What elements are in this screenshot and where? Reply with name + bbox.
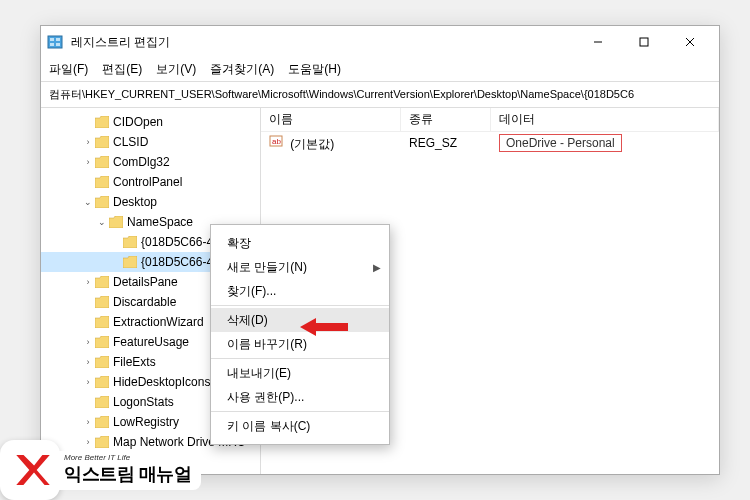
tree-item-label: NameSpace <box>127 215 193 229</box>
col-header-type[interactable]: 종류 <box>401 108 491 131</box>
tree-twisty-icon[interactable]: › <box>83 417 93 427</box>
svg-rect-0 <box>48 36 62 48</box>
annotation-arrow-icon <box>300 316 348 342</box>
folder-icon <box>95 316 109 328</box>
svg-rect-2 <box>56 38 60 41</box>
tree-item-label: HideDesktopIcons <box>113 375 210 389</box>
logo-text: More Better IT Life 익스트림 매뉴얼 <box>54 451 201 490</box>
logo-badge-icon <box>0 440 60 500</box>
tree-item-label: ExtractionWizard <box>113 315 204 329</box>
folder-icon <box>95 176 109 188</box>
value-name: (기본값) <box>290 137 334 151</box>
tree-item-label: DetailsPane <box>113 275 178 289</box>
folder-icon <box>95 116 109 128</box>
value-data-highlight: OneDrive - Personal <box>499 134 622 152</box>
address-text: 컴퓨터\HKEY_CURRENT_USER\Software\Microsoft… <box>49 87 634 102</box>
tree-item-label: CIDOpen <box>113 115 163 129</box>
folder-icon <box>95 416 109 428</box>
menu-view[interactable]: 보기(V) <box>156 61 196 78</box>
folder-icon <box>95 376 109 388</box>
logo-tagline: More Better IT Life <box>64 453 191 462</box>
list-header: 이름 종류 데이터 <box>261 108 719 132</box>
svg-rect-1 <box>50 38 54 41</box>
menu-favorites[interactable]: 즐겨찾기(A) <box>210 61 274 78</box>
tree-item-label: LowRegistry <box>113 415 179 429</box>
tree-item[interactable]: CIDOpen <box>41 112 260 132</box>
tree-item-label: ComDlg32 <box>113 155 170 169</box>
tree-item-label: FeatureUsage <box>113 335 189 349</box>
tree-item-label: Desktop <box>113 195 157 209</box>
menubar: 파일(F) 편집(E) 보기(V) 즐겨찾기(A) 도움말(H) <box>41 58 719 82</box>
menu-item-new[interactable]: 새로 만들기(N)▶ <box>211 255 389 279</box>
folder-icon <box>95 296 109 308</box>
tree-twisty-icon[interactable]: › <box>83 377 93 387</box>
maximize-button[interactable] <box>621 26 667 58</box>
value-type: REG_SZ <box>401 136 491 150</box>
folder-icon <box>123 256 137 268</box>
close-button[interactable] <box>667 26 713 58</box>
address-bar[interactable]: 컴퓨터\HKEY_CURRENT_USER\Software\Microsoft… <box>41 82 719 108</box>
tree-twisty-icon[interactable]: › <box>83 337 93 347</box>
svg-rect-6 <box>640 38 648 46</box>
window-controls <box>575 26 713 58</box>
folder-icon <box>95 336 109 348</box>
svg-rect-4 <box>56 43 60 46</box>
tree-twisty-icon[interactable]: ⌄ <box>83 197 93 207</box>
titlebar: 레지스트리 편집기 <box>41 26 719 58</box>
tree-item[interactable]: ControlPanel <box>41 172 260 192</box>
tree-twisty-icon[interactable]: ⌄ <box>97 217 107 227</box>
folder-icon <box>95 396 109 408</box>
folder-icon <box>95 276 109 288</box>
window-title: 레지스트리 편집기 <box>71 34 575 51</box>
menu-item-copy-key[interactable]: 키 이름 복사(C) <box>211 414 389 438</box>
folder-icon <box>123 236 137 248</box>
col-header-data[interactable]: 데이터 <box>491 108 719 131</box>
col-header-name[interactable]: 이름 <box>261 108 401 131</box>
svg-rect-3 <box>50 43 54 46</box>
tree-item[interactable]: ›CLSID <box>41 132 260 152</box>
menu-item-permissions[interactable]: 사용 권한(P)... <box>211 385 389 409</box>
value-data-cell: OneDrive - Personal <box>491 136 719 150</box>
tree-item[interactable]: ⌄Desktop <box>41 192 260 212</box>
value-name-cell: ab (기본값) <box>261 134 401 153</box>
tree-item-label: LogonStats <box>113 395 174 409</box>
logo-brand: 익스트림 매뉴얼 <box>64 462 191 486</box>
folder-icon <box>95 356 109 368</box>
tree-item[interactable]: ›ComDlg32 <box>41 152 260 172</box>
tree-twisty-icon[interactable]: › <box>83 137 93 147</box>
svg-text:ab: ab <box>272 137 281 146</box>
folder-icon <box>95 156 109 168</box>
menu-file[interactable]: 파일(F) <box>49 61 88 78</box>
tree-twisty-icon[interactable]: › <box>83 277 93 287</box>
list-row[interactable]: ab (기본값) REG_SZ OneDrive - Personal <box>261 132 719 154</box>
watermark-logo: More Better IT Life 익스트림 매뉴얼 <box>0 440 201 500</box>
tree-item-label: Discardable <box>113 295 176 309</box>
tree-twisty-icon[interactable]: › <box>83 357 93 367</box>
folder-icon <box>109 216 123 228</box>
folder-icon <box>95 136 109 148</box>
menu-item-export[interactable]: 내보내기(E) <box>211 361 389 385</box>
tree-item-label: ControlPanel <box>113 175 182 189</box>
tree-item-label: CLSID <box>113 135 148 149</box>
folder-icon <box>95 196 109 208</box>
menu-help[interactable]: 도움말(H) <box>288 61 341 78</box>
minimize-button[interactable] <box>575 26 621 58</box>
menu-item-find[interactable]: 찾기(F)... <box>211 279 389 303</box>
tree-twisty-icon[interactable]: › <box>83 157 93 167</box>
regedit-icon <box>47 34 63 50</box>
svg-marker-11 <box>300 318 348 336</box>
submenu-arrow-icon: ▶ <box>373 262 381 273</box>
menu-item-expand[interactable]: 확장 <box>211 231 389 255</box>
menu-edit[interactable]: 편집(E) <box>102 61 142 78</box>
tree-item-label: FileExts <box>113 355 156 369</box>
string-value-icon: ab <box>269 134 283 148</box>
